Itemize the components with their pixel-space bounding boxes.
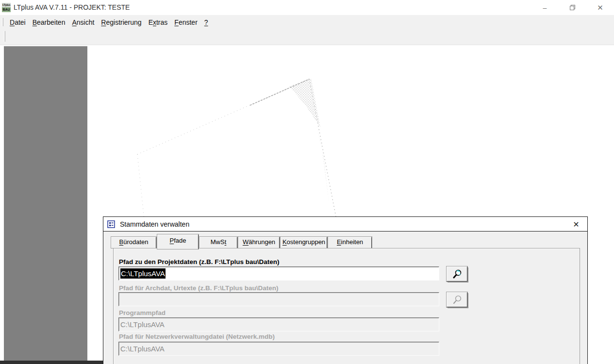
label-post: fade — [174, 237, 186, 244]
input-value: C:\LTplusAVA — [120, 320, 165, 329]
label-accel: K — [282, 238, 287, 246]
tab-einheiten[interactable]: Einheiten — [328, 237, 372, 248]
menu-ansicht[interactable]: Ansicht — [68, 17, 98, 28]
label-accel: ? — [204, 18, 208, 26]
tab-waehrungen[interactable]: Währungen — [238, 237, 280, 248]
tab-mwst[interactable]: MwSt — [199, 237, 237, 248]
dialog-title: Stammdaten verwalten — [120, 220, 189, 228]
browse-archdat-button-disabled — [447, 292, 467, 307]
label-post: egistrierung — [106, 18, 141, 26]
label-accel: P — [170, 237, 174, 244]
window-controls: – ✕ — [531, 0, 614, 15]
magnifier-icon-disabled — [451, 294, 463, 306]
magnifier-icon — [451, 268, 463, 280]
label-post: tras — [156, 18, 167, 26]
app-logo-icon: LTplus BAU — [2, 3, 11, 12]
taskbar-edge — [0, 361, 103, 364]
close-window-button[interactable]: ✕ — [586, 0, 614, 15]
close-icon: ✕ — [573, 220, 579, 229]
application-window: { "window": { "title": "LTplus AVA V.7.1… — [0, 0, 614, 364]
archdat-path-input — [118, 292, 439, 306]
netzwerk-path-label: Pfad für Netzwerkverwaltungdatei (Netzwe… — [119, 333, 275, 340]
form-icon — [107, 220, 115, 228]
label-post: atei — [15, 18, 26, 26]
label-post: nsicht — [77, 18, 95, 26]
dialog-titlebar[interactable]: Stammdaten verwalten ✕ — [103, 217, 587, 232]
label-accel: R — [101, 18, 106, 26]
browse-projektdaten-button[interactable] — [447, 266, 467, 281]
label-accel: F — [174, 18, 179, 26]
label-post: earbeiten — [37, 18, 65, 26]
menu-extras[interactable]: Extras — [145, 17, 171, 28]
label-accel: D — [10, 18, 15, 26]
maximize-restore-button[interactable] — [559, 0, 586, 15]
archdat-path-label: Pfad für Archdat, Urtexte (z.B. F:\LTplu… — [119, 284, 279, 292]
programmpfad-input: C:\LTplusAVA — [118, 317, 439, 331]
menu-bar: Datei Bearbeiten Ansicht Registrierung E… — [0, 15, 614, 29]
label-accel: A — [72, 18, 76, 26]
label-pre: E — [149, 18, 153, 26]
menu-fenster[interactable]: Fenster — [171, 17, 200, 28]
label-post: ostengruppen — [287, 238, 326, 246]
menu-datei[interactable]: Datei — [6, 17, 29, 28]
label-accel: B — [33, 18, 37, 26]
minimize-button[interactable]: – — [531, 0, 559, 15]
label-accel: W — [243, 238, 249, 246]
selected-input-value: C:\LTplusAVA — [120, 268, 166, 279]
label-accel: x — [153, 18, 156, 26]
label-post: enster — [179, 18, 198, 26]
stammdaten-dialog: Stammdaten verwalten ✕ Bürodaten Pfade M… — [103, 216, 588, 364]
tab-strip: Bürodaten Pfade MwSt Währungen Kostengru… — [111, 234, 373, 248]
tab-buerodaten[interactable]: Bürodaten — [111, 237, 156, 248]
projektdaten-path-input[interactable]: C:\LTplusAVA — [118, 266, 439, 281]
menu-registrierung[interactable]: Registrierung — [98, 17, 145, 28]
menu-grip-handle[interactable] — [2, 18, 3, 26]
label-post: inheiten — [341, 238, 364, 246]
label-post: ürodaten — [123, 238, 148, 246]
restore-icon — [570, 5, 575, 10]
projektdaten-path-label: Pfad zu den Projektdaten (z.B. F:\LTplus… — [119, 258, 280, 265]
minimize-icon: – — [543, 4, 547, 12]
label-accel: t — [225, 238, 227, 246]
menu-bearbeiten[interactable]: Bearbeiten — [29, 17, 69, 28]
titlebar: LTplus BAU LTplus AVA V.7.11 - PROJEKT: … — [0, 0, 614, 15]
label-pre: MwS — [211, 238, 225, 246]
window-title: LTplus AVA V.7.11 - PROJEKT: TESTE — [14, 3, 130, 11]
sidebar-panel — [4, 46, 87, 361]
close-icon: ✕ — [597, 3, 603, 12]
tab-kostengruppen[interactable]: Kostengruppen — [281, 237, 327, 248]
programmpfad-label: Programmpfad — [119, 309, 166, 316]
toolbar — [0, 29, 614, 45]
label-accel: E — [337, 238, 341, 246]
tab-pfade[interactable]: Pfade — [157, 234, 199, 249]
toolbar-grip-handle[interactable] — [4, 31, 5, 42]
input-value: C:\LTplusAVA — [120, 345, 165, 353]
app-logo-top-text: LTplus — [2, 3, 11, 7]
label-post: ährungen — [249, 238, 275, 246]
app-logo-bottom-text: BAU — [2, 7, 11, 12]
netzwerk-path-input: C:\LTplusAVA — [118, 342, 439, 356]
label-accel: B — [119, 238, 124, 246]
dialog-close-button[interactable]: ✕ — [571, 219, 581, 230]
menu-hilfe[interactable]: ? — [201, 17, 212, 28]
